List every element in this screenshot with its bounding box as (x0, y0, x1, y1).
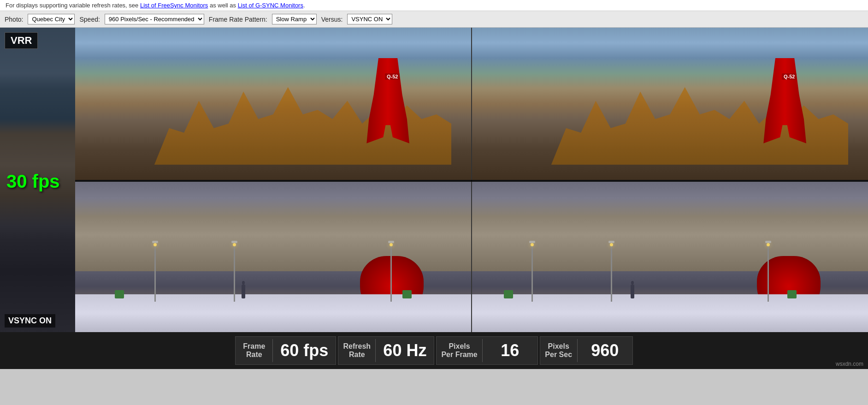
info-text-mid: as well as (208, 2, 237, 9)
snow-ground-left (75, 294, 471, 333)
stat-value-3: 960 (577, 339, 632, 362)
person-left (242, 285, 245, 298)
info-text: For displays supporting variable refresh… (6, 2, 140, 9)
scene-top-right: Q-52 (472, 28, 868, 180)
buildings-left (75, 180, 471, 271)
stat-label-group-0: FrameRate (236, 340, 272, 360)
stat-value-2: 16 (482, 339, 537, 362)
street-light-right-3 (768, 241, 769, 302)
stat-label-group-3: PixelsPer Sec (540, 340, 577, 360)
watermark: wsxdn.com (836, 361, 863, 367)
scene-bottom-left (75, 180, 471, 332)
vsync-label: VSYNC ON (5, 314, 55, 328)
stats-bar: FrameRate60 fpsRefreshRate60 HzPixelsPer… (0, 332, 868, 369)
vrr-badge: VRR (5, 32, 38, 49)
gsync-link[interactable]: List of G-SYNC Monitors (238, 2, 303, 9)
stat-label-group-1: RefreshRate (338, 340, 375, 360)
stat-label-top-1: Refresh (343, 342, 371, 351)
speed-select[interactable]: 960 Pixels/Sec - Recommended (105, 14, 204, 24)
street-light-right-1 (531, 241, 533, 302)
fps-label: 30 fps (5, 169, 71, 194)
versus-select[interactable]: VSYNC ON (347, 14, 392, 24)
top-info-bar: For displays supporting variable refresh… (0, 0, 868, 11)
street-light-left-1 (154, 241, 156, 302)
stat-label-top-2: Pixels (449, 342, 470, 351)
street-light-left-3 (390, 241, 392, 302)
green-bin-right-2 (787, 290, 797, 298)
stat-label-bottom-3: Per Sec (545, 351, 572, 359)
stat-block-0: FrameRate60 fps (235, 336, 336, 365)
controls-bar: Photo: Quebec City Speed: 960 Pixels/Sec… (0, 11, 868, 28)
green-bin-left-2 (402, 290, 412, 298)
frame-rate-pattern-label: Frame Rate Pattern: (209, 16, 267, 23)
speed-label: Speed: (79, 16, 100, 23)
stat-label-top-0: Frame (243, 342, 265, 351)
stat-block-1: RefreshRate60 Hz (338, 336, 434, 365)
stat-value-0: 60 fps (272, 339, 336, 362)
photo-label: Photo: (5, 16, 23, 23)
frame-rate-pattern-select[interactable]: Slow Ramp (272, 14, 317, 24)
stat-label-top-3: Pixels (548, 342, 569, 351)
info-text-end: . (303, 2, 305, 9)
scene-bottom-right (472, 180, 868, 332)
street-light-left-2 (234, 241, 235, 302)
stat-label-bottom-2: Per Frame (441, 351, 477, 359)
versus-label: Versus: (321, 16, 343, 23)
stat-value-1: 60 Hz (375, 339, 434, 362)
stat-label-bottom-1: Rate (349, 351, 365, 359)
freesync-link[interactable]: List of FreeSync Monitors (140, 2, 208, 9)
stat-label-group-2: PixelsPer Frame (437, 340, 482, 360)
green-bin-right-1 (504, 290, 513, 298)
person-right (631, 285, 634, 298)
q52-right: Q-52 (782, 73, 797, 80)
scene-top-left: Q-52 (75, 28, 471, 180)
divider-line (75, 180, 868, 182)
green-bin-left-1 (115, 290, 124, 298)
q52-left: Q-52 (385, 73, 400, 80)
left-panel: VRR 30 fps VSYNC ON (0, 28, 75, 332)
street-light-right-2 (611, 241, 612, 302)
main-image-area: VRR 30 fps VSYNC ON Q-52 (0, 28, 868, 332)
stat-label-bottom-0: Rate (246, 351, 262, 359)
stat-block-2: PixelsPer Frame16 (436, 336, 537, 365)
photo-select[interactable]: Quebec City (28, 14, 75, 24)
stat-block-3: PixelsPer Sec960 (540, 336, 633, 365)
